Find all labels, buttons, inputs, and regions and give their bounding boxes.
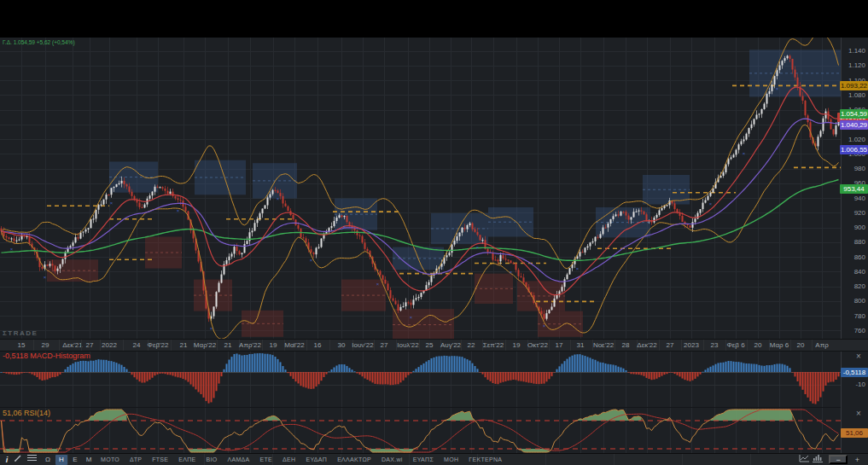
macd-bar bbox=[83, 361, 84, 372]
macd-bar bbox=[24, 372, 26, 373]
candle bbox=[403, 306, 405, 307]
instrument-tab-ΔΕΗ[interactable]: ΔΕΗ bbox=[277, 454, 300, 465]
instrument-tab-ΛΑΜΔΑ[interactable]: ΛΑΜΔΑ bbox=[223, 454, 255, 465]
candle bbox=[544, 314, 545, 318]
macd-bar bbox=[436, 357, 438, 372]
macd-bar bbox=[277, 359, 279, 372]
macd-bar bbox=[216, 372, 218, 391]
price-label-badge: 1.093,22 bbox=[840, 81, 868, 90]
timeframe-group: ΩΗΕΜ bbox=[41, 454, 96, 465]
candle bbox=[523, 277, 525, 282]
macd-bar bbox=[339, 364, 341, 372]
macd-bar bbox=[6, 372, 8, 374]
macd-bar bbox=[270, 354, 271, 372]
macd-bar bbox=[203, 372, 205, 398]
candle bbox=[638, 211, 640, 212]
instrument-tab-ΒΙΟ[interactable]: ΒΙΟ bbox=[201, 454, 223, 465]
candle bbox=[582, 252, 584, 253]
instrument-tab-ΕΥΔΑΠ[interactable]: ΕΥΔΑΠ bbox=[300, 454, 332, 465]
macd-bar bbox=[162, 372, 164, 374]
macd-bar bbox=[462, 357, 463, 372]
close-icon[interactable]: × bbox=[853, 409, 864, 418]
candle bbox=[303, 237, 305, 238]
macd-bar bbox=[672, 372, 673, 373]
rsi-panel[interactable] bbox=[0, 407, 841, 453]
price-axis-tick: 840 bbox=[842, 268, 865, 276]
candle bbox=[449, 253, 451, 255]
macd-bar bbox=[782, 364, 784, 372]
candle bbox=[93, 218, 95, 219]
candle bbox=[88, 228, 90, 230]
info-icon[interactable]: i bbox=[0, 454, 14, 465]
macd-bar bbox=[62, 372, 64, 373]
instrument-tab-ΜΟΗ[interactable]: ΜΟΗ bbox=[439, 454, 463, 465]
price-chart-panel[interactable]: ××××××××××××××××× bbox=[0, 38, 841, 339]
macd-bar bbox=[595, 360, 597, 372]
macd-bar bbox=[641, 372, 643, 375]
macd-bar bbox=[257, 353, 259, 372]
instrument-tab-ΕΥΑΠΣ[interactable]: ΕΥΑΠΣ bbox=[408, 454, 439, 465]
candle bbox=[126, 184, 128, 187]
macd-bar bbox=[818, 372, 819, 401]
instrument-tab-ΕΛΠΕ[interactable]: ΕΛΠΕ bbox=[173, 454, 201, 465]
instrument-tab-ΕΛΛΑΚΤΩΡ[interactable]: ΕΛΛΑΚΤΩΡ bbox=[332, 454, 376, 465]
timeframe-Η[interactable]: Η bbox=[55, 455, 67, 465]
macd-bar bbox=[618, 367, 620, 372]
candle bbox=[733, 154, 735, 157]
macd-bar bbox=[293, 372, 294, 379]
candle bbox=[334, 221, 335, 226]
close-icon[interactable]: × bbox=[853, 352, 864, 361]
bar-chart-icon[interactable] bbox=[813, 454, 826, 465]
zoom-in-button[interactable]: + bbox=[850, 454, 865, 465]
candle bbox=[382, 276, 384, 280]
x-marker: × bbox=[410, 315, 413, 320]
candle bbox=[160, 187, 161, 188]
macd-bar bbox=[718, 363, 719, 372]
candle bbox=[782, 61, 784, 65]
timeframe-Μ[interactable]: Μ bbox=[83, 455, 95, 465]
macd-bar bbox=[633, 372, 635, 374]
watchlist-icon[interactable] bbox=[27, 454, 41, 465]
candle bbox=[772, 84, 773, 91]
price-axis-tick: 1.020 bbox=[842, 136, 865, 143]
macd-bar bbox=[516, 372, 517, 380]
candle bbox=[759, 113, 760, 114]
line-chart-icon[interactable] bbox=[799, 454, 813, 465]
macd-bar bbox=[600, 363, 602, 372]
candle bbox=[257, 219, 259, 223]
macd-bar bbox=[236, 353, 238, 372]
timeframe-Ε[interactable]: Ε bbox=[69, 455, 81, 465]
rsi-chart bbox=[0, 408, 841, 454]
candle bbox=[11, 238, 13, 239]
macd-bar bbox=[759, 365, 760, 372]
instrument-tab-DAX.wi[interactable]: DAX.wi bbox=[376, 454, 408, 465]
timeframe-Ω[interactable]: Ω bbox=[42, 455, 54, 465]
macd-bar bbox=[55, 372, 56, 377]
candle bbox=[608, 224, 609, 228]
instrument-tab-FTSE[interactable]: FTSE bbox=[147, 454, 173, 465]
instrument-tab-ΓΕΚΤΕΡΝΑ[interactable]: ΓΕΚΤΕΡΝΑ bbox=[463, 454, 507, 465]
candle bbox=[833, 129, 835, 134]
candle bbox=[605, 228, 607, 229]
macd-bar bbox=[772, 365, 773, 372]
macd-bars bbox=[1, 353, 840, 404]
macd-bar bbox=[178, 372, 179, 377]
draw-pencil-icon[interactable] bbox=[14, 454, 27, 465]
zoom-out-button[interactable]: − bbox=[829, 455, 847, 464]
macd-bar bbox=[393, 372, 394, 385]
candle bbox=[467, 225, 469, 229]
macd-bar bbox=[613, 365, 615, 372]
candle bbox=[618, 214, 620, 215]
time-axis[interactable]: 1529Δεκ'2127202224Φεβ'2221Μαρ'2221Απρ'22… bbox=[0, 339, 868, 352]
macd-bar bbox=[408, 372, 410, 375]
macd-panel[interactable] bbox=[0, 351, 841, 407]
candle bbox=[823, 119, 824, 131]
candle bbox=[218, 282, 220, 292]
candle bbox=[613, 216, 615, 219]
macd-bar bbox=[825, 372, 827, 386]
instrument-tab-ΔΤΡ[interactable]: ΔΤΡ bbox=[125, 454, 147, 465]
candle bbox=[487, 249, 489, 253]
instrument-tab-ΜΟΤΟ[interactable]: ΜΟΤΟ bbox=[96, 454, 125, 465]
candle bbox=[19, 240, 20, 241]
instrument-tab-ΕΤΕ[interactable]: ΕΤΕ bbox=[255, 454, 278, 465]
